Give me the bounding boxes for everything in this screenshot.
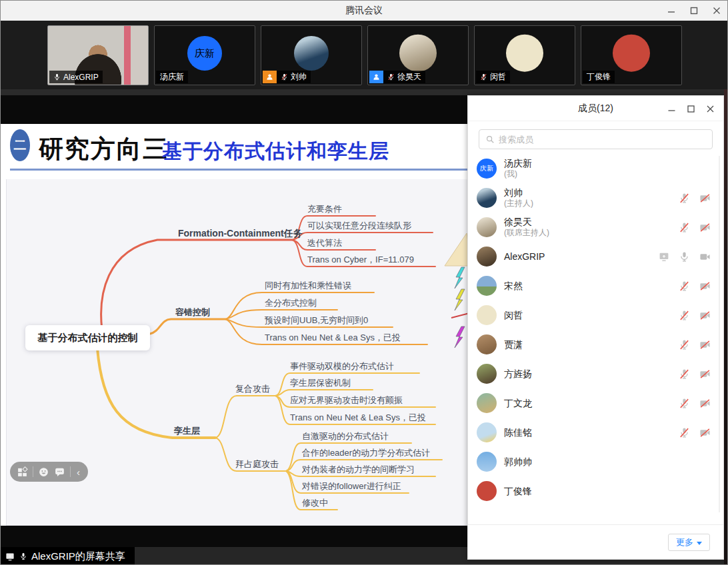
video-thumbnail[interactable]: 闵哲 — [474, 25, 575, 85]
camera-off-icon[interactable] — [699, 368, 711, 380]
video-thumbnail[interactable]: 庆新 汤庆新 — [154, 25, 255, 85]
avatar: 庆新 — [187, 36, 222, 71]
mindmap-root-node: 基于分布式估计的控制 — [25, 325, 150, 350]
mindmap-node: 对错误的follower进行纠正 — [302, 480, 401, 492]
mindmap-node: 预设时间UUB,无穷时间到0 — [265, 314, 368, 326]
video-strip: AlexGRIP 庆新 汤庆新 刘帅 徐昊天 — [1, 21, 727, 89]
member-row[interactable]: 庆新 汤庆新 (我) — [468, 154, 723, 183]
member-row[interactable]: 宋然 — [468, 271, 723, 300]
emoji-icon[interactable] — [38, 466, 49, 478]
mic-on-icon[interactable] — [679, 251, 690, 263]
more-button[interactable]: 更多 — [668, 534, 710, 551]
divider — [1, 89, 727, 95]
member-row[interactable]: AlexGRIP — [468, 242, 723, 271]
panel-header: 成员(12) — [468, 96, 723, 121]
video-thumbnail[interactable]: 丁俊锋 — [581, 25, 682, 85]
video-thumbnail[interactable]: AlexGRIP — [47, 25, 149, 85]
close-icon[interactable] — [713, 7, 721, 15]
avatar — [477, 422, 497, 442]
title-bar: 腾讯会议 — [1, 1, 727, 21]
member-row[interactable]: 徐昊天 (联席主持人) — [468, 213, 723, 242]
member-row[interactable]: 郭帅帅 — [468, 447, 723, 476]
member-row[interactable]: 方旌扬 — [468, 359, 723, 388]
search-icon — [485, 135, 495, 144]
panel-close-icon[interactable] — [707, 105, 714, 113]
layout-grid-icon[interactable] — [17, 466, 28, 478]
participant-label: 汤庆新 — [156, 71, 188, 83]
member-row[interactable]: 陈佳铭 — [468, 418, 723, 447]
mindmap-node: 自激驱动的分布式估计 — [302, 430, 389, 442]
panel-title: 成员(12) — [578, 103, 613, 115]
annotation-toolbar: ‹ — [10, 462, 88, 482]
avatar — [477, 247, 497, 267]
mic-off-icon — [387, 73, 395, 81]
video-thumbnail[interactable]: 刘帅 — [261, 25, 362, 85]
camera-off-icon[interactable] — [699, 398, 711, 409]
search-box — [479, 129, 713, 149]
member-row[interactable]: 刘帅 (主持人) — [468, 183, 723, 213]
mic-off-icon[interactable] — [679, 397, 690, 410]
member-row[interactable]: 贾潇 — [468, 330, 723, 359]
camera-on-icon[interactable] — [699, 251, 711, 263]
video-thumbnail[interactable]: 徐昊天 — [367, 25, 469, 85]
share-status-text: AlexGRIP的屏幕共享 — [31, 550, 125, 563]
share-status-pill: AlexGRIP的屏幕共享 — [1, 547, 135, 565]
member-row[interactable]: 丁文龙 — [468, 388, 723, 418]
panel-footer: 更多 — [468, 524, 723, 559]
avatar — [477, 276, 497, 296]
mindmap-node: 孪生层 — [174, 425, 200, 437]
mindmap-node: 事件驱动双模的分布式估计 — [290, 360, 394, 372]
mic-off-icon[interactable] — [679, 309, 690, 322]
member-name: 闵哲 — [504, 310, 523, 321]
participant-label: AlexGRIP — [49, 71, 103, 83]
scrollbar[interactable] — [719, 156, 720, 512]
mindmap-node: 容错控制 — [175, 306, 210, 318]
mindmap-node: 拜占庭攻击 — [235, 458, 279, 470]
camera-off-icon[interactable] — [699, 427, 711, 438]
caret-down-icon — [697, 542, 702, 545]
camera-off-icon[interactable] — [699, 281, 711, 292]
member-role: (主持人) — [504, 199, 533, 209]
screen-share-icon[interactable] — [658, 251, 670, 263]
avatar — [294, 36, 329, 71]
mic-off-icon[interactable] — [679, 192, 690, 205]
member-row[interactable]: 丁俊锋 — [468, 476, 723, 506]
members-panel: 成员(12) 庆新 汤庆新 (我) 刘帅 — [467, 95, 724, 560]
mindmap-node: 迭代算法 — [307, 237, 342, 249]
mindmap-node: 充要条件 — [307, 203, 342, 215]
camera-off-icon[interactable] — [699, 339, 711, 350]
mindmap-node: 应对无界驱动攻击时没有颤振 — [290, 394, 403, 406]
divider — [33, 466, 33, 477]
member-name: 宋然 — [504, 281, 523, 292]
mic-off-icon[interactable] — [679, 426, 690, 439]
mic-off-icon[interactable] — [679, 338, 690, 351]
maximize-icon[interactable] — [690, 7, 698, 15]
avatar — [477, 217, 497, 237]
avatar — [477, 364, 497, 384]
mic-off-icon[interactable] — [679, 221, 690, 234]
mindmap-node: 可以实现任意分段连续队形 — [307, 220, 411, 232]
mindmap-node: Formation-Containment任务 — [178, 228, 303, 240]
mic-off-icon — [480, 73, 487, 81]
camera-off-icon[interactable] — [699, 310, 711, 321]
member-name: 刘帅 — [504, 187, 533, 199]
panel-minimize-icon[interactable] — [668, 105, 675, 113]
mindmap-node: 合作的leader的动力学分布式估计 — [302, 447, 430, 459]
search-input[interactable] — [499, 135, 706, 145]
participant-label: 徐昊天 — [383, 71, 425, 83]
participant-label: 闵哲 — [476, 71, 510, 83]
collapse-chevron-icon[interactable]: ‹ — [75, 467, 81, 477]
minimize-icon[interactable] — [667, 7, 675, 15]
member-row[interactable]: 闵哲 — [468, 300, 723, 330]
member-name: 贾潇 — [504, 339, 523, 350]
member-name: 丁文龙 — [504, 398, 532, 409]
member-name: 方旌扬 — [504, 368, 532, 380]
camera-off-icon[interactable] — [699, 222, 711, 233]
window-edge-strip — [724, 89, 728, 565]
camera-off-icon[interactable] — [699, 193, 711, 204]
avatar — [399, 35, 437, 72]
panel-maximize-icon[interactable] — [687, 105, 695, 113]
mic-off-icon[interactable] — [679, 280, 690, 292]
mic-off-icon[interactable] — [679, 368, 690, 380]
chat-icon[interactable] — [54, 466, 65, 478]
